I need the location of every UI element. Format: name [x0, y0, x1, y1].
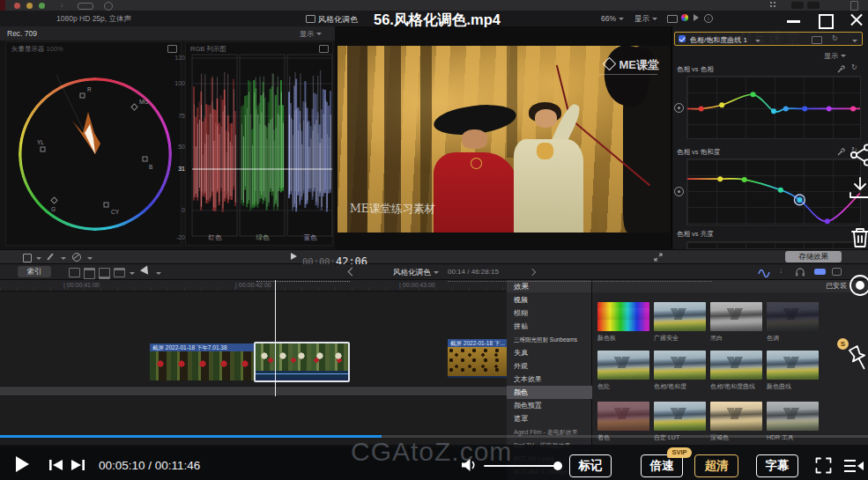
curve2-graph[interactable]: [686, 159, 861, 225]
hue-vs-hue-curve[interactable]: [687, 77, 860, 138]
info-icon[interactable]: i: [704, 14, 713, 23]
format-info: 1080p HD 25p, 立体声: [56, 14, 131, 25]
gold-scarf: [537, 143, 553, 159]
clip-appearance-icon[interactable]: [69, 268, 80, 277]
effect-item[interactable]: 色相/饱和度: [654, 351, 706, 391]
faint-watermark: ME课堂: [740, 29, 804, 48]
next-button[interactable]: [70, 459, 85, 471]
effect-item[interactable]: 颜色板: [597, 302, 649, 343]
chevron-down-icon[interactable]: [87, 257, 93, 262]
playlist-button[interactable]: [843, 459, 864, 473]
category-color-selected[interactable]: 颜色: [507, 386, 592, 399]
effect-item[interactable]: 色调: [767, 302, 819, 343]
download-arrow-icon[interactable]: ↓: [60, 1, 63, 9]
curve1-range-icon[interactable]: [674, 103, 684, 113]
clip-appearance-icon[interactable]: [114, 268, 125, 277]
effect-item[interactable]: 色轮: [597, 351, 649, 391]
pin-icon[interactable]: [844, 343, 868, 375]
display-menu-top[interactable]: 显示: [634, 14, 657, 25]
traffic-light-zoom[interactable]: [39, 3, 45, 9]
skimming-icon[interactable]: [758, 267, 770, 277]
category-blur[interactable]: 模糊: [507, 306, 592, 320]
crop-tool-icon[interactable]: [23, 254, 32, 262]
category-masks[interactable]: 遮罩: [507, 412, 592, 425]
trash-icon[interactable]: [849, 225, 868, 250]
record-target-icon[interactable]: [849, 273, 868, 298]
chevron-down-icon[interactable]: [36, 257, 41, 262]
window-maximize-button[interactable]: [819, 14, 834, 29]
hue-vs-sat-curve[interactable]: [687, 159, 860, 225]
share-icon[interactable]: [849, 144, 868, 166]
zoom-level-dropdown[interactable]: 66%: [601, 14, 624, 23]
effect-item[interactable]: 色相/饱和度曲线: [710, 351, 762, 391]
category-sunbeams[interactable]: 三维阳光照射 Sunbeams: [507, 333, 592, 346]
timeline-clip[interactable]: 截屏 2022-01-18 下午7.01.38: [150, 343, 256, 380]
effect-checkbox[interactable]: [679, 35, 686, 42]
category-distortion[interactable]: 失真: [507, 346, 592, 359]
pill-icon[interactable]: [78, 3, 93, 10]
eyedropper-icon[interactable]: [837, 65, 845, 73]
effect-thumb: [654, 351, 706, 380]
curve1-graph[interactable]: [686, 76, 861, 139]
eyedropper-icon[interactable]: [837, 148, 845, 156]
reset-icon[interactable]: ↻: [832, 34, 838, 42]
effect-item[interactable]: 黑白: [710, 302, 762, 343]
clipboard-icon[interactable]: [850, 1, 858, 11]
play-button[interactable]: [16, 456, 29, 472]
project-name[interactable]: 风格化调色: [318, 14, 358, 26]
category-color-presets[interactable]: 颜色预置: [507, 399, 592, 412]
solo-headphones-icon[interactable]: [795, 267, 805, 277]
volume-icon[interactable]: [460, 457, 478, 473]
category-looks[interactable]: 外观: [507, 359, 592, 373]
download-icon[interactable]: [849, 177, 868, 200]
previous-button[interactable]: [48, 459, 63, 471]
fullscreen-button[interactable]: [815, 457, 832, 474]
chevron-down-icon[interactable]: [130, 272, 135, 277]
traffic-light-close[interactable]: [14, 3, 20, 9]
screen-icon[interactable]: [812, 36, 822, 44]
chevron-down-icon[interactable]: [156, 272, 161, 277]
category-tiling[interactable]: 拼贴: [507, 320, 592, 333]
traffic-light-minimize[interactable]: [26, 3, 33, 9]
category-video[interactable]: 视频: [507, 293, 592, 306]
curve3-graph[interactable]: [686, 241, 861, 249]
expand-icon[interactable]: [654, 253, 663, 262]
timeline-clip[interactable]: 截屏 2022-01-18 下...: [448, 339, 510, 378]
clip-appearance-icon[interactable]: [84, 268, 95, 279]
scopes-display-menu[interactable]: 显示: [300, 29, 322, 39]
audio-skim-icon[interactable]: ↓: [779, 266, 783, 275]
window-close-button[interactable]: [849, 12, 864, 27]
volume-knob[interactable]: [553, 462, 562, 470]
comment-icon[interactable]: [832, 268, 842, 276]
chevron-down-icon[interactable]: [852, 40, 857, 45]
clip-compare-icon[interactable]: [667, 15, 678, 23]
check-circle-icon[interactable]: [104, 2, 113, 11]
color-wheel-icon[interactable]: [681, 14, 688, 21]
audio-meter-icon[interactable]: [694, 14, 702, 21]
grid-dots-icon[interactable]: [770, 2, 778, 9]
clip-appearance-icon[interactable]: [99, 268, 110, 279]
mark-button[interactable]: 标记: [569, 454, 612, 477]
volume-slider[interactable]: [484, 465, 558, 467]
timeline-scrollbar[interactable]: [0, 386, 507, 396]
index-button[interactable]: 索引: [18, 266, 51, 277]
effect-item[interactable]: 广播安全: [654, 302, 706, 343]
ruler-tick: | 00:00:41:00: [63, 282, 100, 288]
menu-button-icon[interactable]: [791, 2, 804, 9]
category-text-effects[interactable]: 文本效果: [507, 373, 592, 386]
snapping-icon[interactable]: [814, 269, 826, 275]
retime-tool-icon[interactable]: [72, 253, 81, 262]
timeline-tab[interactable]: 风格化调色: [393, 268, 439, 278]
playhead[interactable]: [275, 280, 276, 396]
save-effect-button[interactable]: 存储效果: [785, 251, 842, 262]
curve-reset-icon[interactable]: ↻: [851, 63, 857, 71]
inspector-display-menu[interactable]: 显示: [824, 51, 846, 61]
window-minimize-button[interactable]: [787, 20, 800, 23]
chevron-down-icon[interactable]: [61, 257, 66, 262]
hd-button[interactable]: 超清: [694, 454, 738, 477]
curve2-range-icon[interactable]: [674, 187, 684, 196]
subtitles-button[interactable]: 字幕: [756, 454, 798, 477]
effect-item[interactable]: 颜色曲线: [767, 351, 819, 391]
menu-button2-icon[interactable]: [807, 2, 820, 9]
timeline-clip-selected[interactable]: [254, 342, 350, 382]
